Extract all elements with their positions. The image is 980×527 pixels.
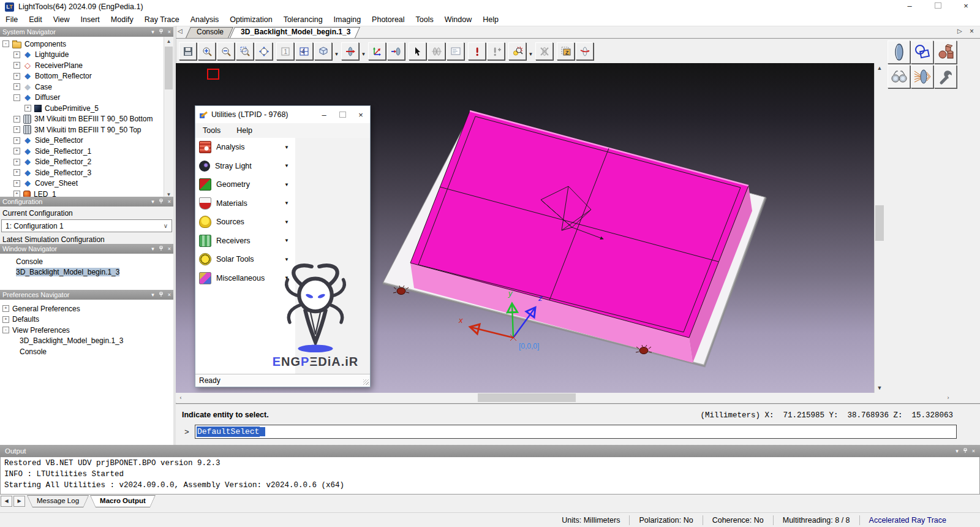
viewport-horizontal-scrollbar[interactable]: ‹ › [176, 393, 953, 403]
menu-item-help[interactable]: Help [477, 13, 504, 26]
scroll-up-icon[interactable]: ▲ [875, 63, 884, 73]
expand-toggle[interactable]: + [13, 169, 20, 176]
dropdown-icon[interactable]: ▼ [284, 238, 289, 243]
zoom-in-button[interactable] [198, 42, 216, 60]
close-icon[interactable]: × [168, 199, 171, 205]
tab-console[interactable]: Console [188, 27, 231, 38]
tree-item[interactable]: +◇ReceiverPlane [2, 60, 173, 71]
illuminate-button[interactable] [508, 42, 526, 60]
collapse-icon[interactable]: ▾ [151, 29, 154, 35]
tree-item[interactable]: +◆Cover_Sheet [2, 178, 173, 189]
tab-scroll-left-icon[interactable]: ◀ [1, 496, 12, 507]
expand-toggle[interactable]: + [13, 137, 20, 144]
tree-item[interactable]: +◆Side_Reflector_3 [2, 167, 173, 178]
expand-toggle[interactable]: + [2, 316, 9, 323]
no-rays-button[interactable] [535, 42, 553, 60]
expand-toggle[interactable]: + [13, 126, 20, 133]
expand-toggle[interactable]: - [2, 40, 9, 47]
menu-item-photoreal[interactable]: Photoreal [366, 13, 410, 26]
expand-toggle[interactable]: + [13, 159, 20, 165]
collapse-icon[interactable]: ▾ [151, 292, 154, 298]
maximize-button[interactable] [924, 0, 952, 13]
zoom-fit-button[interactable] [255, 42, 273, 60]
menu-item-tolerancing[interactable]: Tolerancing [278, 13, 328, 26]
window-item-model[interactable]: 3D_Backlight_Model_begin.1_3 [0, 267, 173, 278]
collapse-icon[interactable]: ▾ [956, 448, 959, 454]
expand-toggle[interactable]: + [2, 305, 9, 312]
bend-ray-button[interactable] [576, 42, 594, 60]
select-cursor-button[interactable] [409, 42, 426, 60]
tree-item[interactable]: +◆Case [2, 82, 173, 93]
scrollbar-thumb[interactable] [165, 47, 173, 89]
close-icon[interactable]: × [168, 292, 171, 298]
category-sources[interactable]: Sources▼ [195, 213, 295, 232]
close-icon[interactable]: × [168, 29, 171, 35]
dropdown-icon[interactable]: ▼ [284, 182, 289, 188]
aim-ray-button[interactable] [387, 42, 405, 60]
zoom-window-button[interactable] [236, 42, 254, 60]
tab-model[interactable]: 3D_Backlight_Model_begin.1_3 [232, 27, 358, 38]
tree-item[interactable]: +◆Side_Reflector [2, 135, 173, 146]
cutaway-dropdown[interactable]: ▼ [360, 43, 367, 59]
tree-item[interactable]: +◆Side_Reflector_2 [2, 157, 173, 168]
zoom-out-button[interactable] [217, 42, 235, 60]
scrollbar-thumb[interactable] [478, 393, 576, 402]
utilities-dialog-titlebar[interactable]: Utilities (LTPID - 9768) – × [195, 106, 370, 123]
scrollbar-thumb[interactable] [875, 205, 884, 241]
category-geometry[interactable]: Geometry▼ [195, 175, 295, 194]
viewport-vertical-scrollbar[interactable]: ▲ ▼ [874, 63, 884, 393]
tree-item[interactable]: +3M Vikuiti tm BEFIII T 90_50 Bottom [2, 114, 173, 125]
3d-viewport[interactable]: y z x [0,0,0] Utilities (LTPID - 9768) –… [176, 63, 874, 393]
category-materials[interactable]: Materials▼ [195, 194, 295, 213]
menu-item-tools[interactable]: Tools [203, 126, 221, 135]
scroll-up-icon[interactable]: ▲ [164, 37, 173, 46]
menu-item-insert[interactable]: Insert [75, 13, 105, 26]
close-icon[interactable]: × [168, 246, 171, 252]
expand-toggle[interactable]: - [13, 94, 20, 101]
collapse-icon[interactable]: ▾ [151, 246, 154, 252]
tree-item[interactable]: +CubePrimitive_5 [2, 103, 173, 114]
expand-toggle[interactable]: + [13, 148, 20, 154]
lens-tool-button[interactable] [888, 40, 910, 64]
tree-item[interactable]: -◆Diffuser [2, 93, 173, 104]
tab-scroll-right-icon[interactable]: ▷ [957, 28, 962, 34]
find-tool-button[interactable] [888, 65, 910, 88]
expand-toggle[interactable]: + [24, 105, 31, 112]
close-icon[interactable]: × [972, 448, 975, 454]
tree-item[interactable]: +3M Vikuiti tm BEFIII T 90_50 Top [2, 124, 173, 135]
tab-scroll-left-icon[interactable]: ◁ [178, 28, 183, 34]
expand-toggle[interactable]: + [13, 73, 20, 80]
expand-toggle[interactable]: + [13, 83, 20, 90]
menu-item-modify[interactable]: Modify [105, 13, 139, 26]
error-button[interactable] [468, 42, 486, 60]
command-input[interactable]: DefaultSelect [195, 425, 957, 439]
tab-close-icon[interactable]: × [970, 27, 974, 36]
primitives-tool-button[interactable] [934, 40, 957, 64]
tree-item[interactable]: Console [2, 346, 173, 357]
menu-item-view[interactable]: View [48, 13, 75, 26]
menu-item-analysis[interactable]: Analysis [185, 13, 225, 26]
tree-item[interactable]: +◆Side_Reflector_1 [2, 146, 173, 157]
tab-macro-output[interactable]: Macro Output [90, 495, 156, 507]
scroll-down-icon[interactable]: ▼ [875, 383, 884, 393]
dropdown-icon[interactable]: ▼ [284, 145, 289, 150]
tree-scrollbar[interactable]: ▲ ▼ [164, 37, 173, 199]
iso-view-button[interactable] [314, 42, 332, 60]
cutaway-view-button[interactable] [341, 42, 359, 60]
menu-item-edit[interactable]: Edit [23, 13, 48, 26]
tree-item[interactable]: -View Preferences [2, 325, 173, 336]
category-receivers[interactable]: Receivers▼ [195, 232, 295, 251]
single-view-button[interactable]: 1 [276, 42, 294, 60]
minimize-button[interactable]: – [895, 0, 924, 13]
utilities-tool-button[interactable] [934, 65, 957, 88]
sketch-tool-button[interactable] [911, 40, 933, 64]
category-analysis[interactable]: Analysis▼ [195, 138, 295, 157]
close-button[interactable]: × [952, 0, 980, 13]
dropdown-icon[interactable]: ▼ [284, 200, 289, 206]
menu-item-help[interactable]: Help [236, 126, 252, 135]
list-view-button[interactable] [447, 42, 464, 60]
dialog-minimize-button[interactable]: – [315, 107, 333, 123]
optimize-tool-button[interactable] [911, 65, 933, 88]
menu-item-optimization[interactable]: Optimization [224, 13, 277, 26]
pin-icon[interactable] [963, 448, 968, 455]
